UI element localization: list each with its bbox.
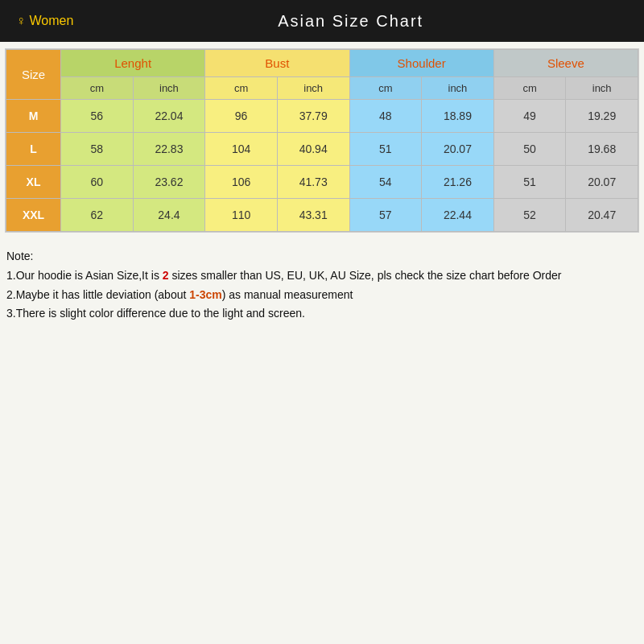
cell-sleeve-cm: 50: [493, 133, 566, 166]
length-inch-header: inch: [133, 77, 205, 100]
page: ♀ Women Asian Size Chart Size Lenght Bus…: [0, 0, 644, 644]
cell-bust-inch: 43.31: [277, 199, 349, 232]
chart-title: Asian Size Chart: [73, 12, 628, 31]
header: ♀ Women Asian Size Chart: [0, 0, 644, 42]
bust-cm-header: cm: [205, 77, 278, 100]
cell-shoulder-inch: 20.07: [422, 133, 494, 166]
bust-group-header: Bust: [205, 50, 349, 77]
notes-line2: 2.Maybe it has little deviation (about 1…: [6, 286, 638, 305]
cell-shoulder-cm: 57: [349, 199, 422, 232]
cell-length-cm: 62: [61, 199, 134, 232]
cell-length-inch: 24.4: [133, 199, 205, 232]
cell-size: L: [6, 133, 61, 166]
table-row: M 56 22.04 96 37.79 48 18.89 49 19.29: [6, 100, 638, 133]
cell-size: XL: [6, 166, 61, 199]
notes-title: Note:: [6, 247, 638, 266]
cell-length-inch: 23.62: [133, 166, 205, 199]
cell-sleeve-inch: 19.68: [566, 133, 638, 166]
sleeve-inch-header: inch: [566, 77, 638, 100]
notes-line2-highlight: 1-3cm: [189, 288, 221, 301]
cell-length-cm: 60: [61, 166, 134, 199]
notes-line2-pre: 2.Maybe it has little deviation (about: [6, 288, 189, 301]
cell-size: XXL: [6, 199, 61, 232]
cell-bust-cm: 110: [205, 199, 278, 232]
notes-line1-pre: 1.Our hoodie is Asian Size,It is: [6, 269, 163, 282]
bust-inch-header: inch: [277, 77, 349, 100]
cell-size: M: [6, 100, 61, 133]
notes-line2-post: ) as manual measurement: [222, 288, 353, 301]
cell-bust-inch: 41.73: [277, 166, 349, 199]
cell-bust-cm: 104: [205, 133, 278, 166]
cell-shoulder-cm: 51: [349, 133, 422, 166]
notes-line1-highlight: 2: [163, 269, 169, 282]
cell-sleeve-inch: 20.07: [566, 166, 638, 199]
cell-length-inch: 22.83: [133, 133, 205, 166]
cell-length-cm: 58: [61, 133, 134, 166]
table-row: L 58 22.83 104 40.94 51 20.07 50 19.68: [6, 133, 638, 166]
cell-sleeve-cm: 51: [493, 166, 566, 199]
table-row: XL 60 23.62 106 41.73 54 21.26 51 20.07: [6, 166, 638, 199]
cell-shoulder-inch: 18.89: [422, 100, 494, 133]
notes-line1-post: sizes smaller than US, EU, UK, AU Size, …: [169, 269, 562, 282]
cell-sleeve-inch: 19.29: [566, 100, 638, 133]
cell-bust-inch: 40.94: [277, 133, 349, 166]
cell-length-cm: 56: [61, 100, 134, 133]
notes-line1: 1.Our hoodie is Asian Size,It is 2 sizes…: [6, 266, 638, 286]
size-table: Size Lenght Bust Shoulder Sleeve cm inch…: [6, 49, 638, 232]
sleeve-group-header: Sleeve: [493, 50, 638, 77]
length-cm-header: cm: [61, 77, 134, 100]
gender-label: ♀ Women: [16, 14, 73, 28]
cell-sleeve-inch: 20.47: [566, 199, 638, 232]
shoulder-inch-header: inch: [422, 77, 494, 100]
cell-shoulder-inch: 22.44: [422, 199, 494, 232]
cell-bust-cm: 96: [205, 100, 278, 133]
shoulder-group-header: Shoulder: [349, 50, 493, 77]
table-row: XXL 62 24.4 110 43.31 57 22.44 52 20.47: [6, 199, 638, 232]
table-body: M 56 22.04 96 37.79 48 18.89 49 19.29 L …: [6, 100, 638, 232]
size-group-header: Size: [6, 50, 61, 100]
cell-shoulder-cm: 54: [349, 166, 422, 199]
cell-length-inch: 22.04: [133, 100, 205, 133]
cell-bust-cm: 106: [205, 166, 278, 199]
cell-sleeve-cm: 49: [493, 100, 566, 133]
cell-bust-inch: 37.79: [277, 100, 349, 133]
length-group-header: Lenght: [61, 50, 205, 77]
subheader-row: cm inch cm inch cm inch cm inch: [6, 77, 638, 100]
cell-shoulder-cm: 48: [349, 100, 422, 133]
notes-section: Note: 1.Our hoodie is Asian Size,It is 2…: [6, 247, 638, 324]
size-table-container: Size Lenght Bust Shoulder Sleeve cm inch…: [5, 48, 639, 233]
cell-sleeve-cm: 52: [493, 199, 566, 232]
cell-shoulder-inch: 21.26: [422, 166, 494, 199]
group-header-row: Size Lenght Bust Shoulder Sleeve: [6, 50, 638, 77]
notes-line3: 3.There is slight color difference due t…: [6, 304, 638, 324]
sleeve-cm-header: cm: [493, 77, 566, 100]
shoulder-cm-header: cm: [349, 77, 422, 100]
